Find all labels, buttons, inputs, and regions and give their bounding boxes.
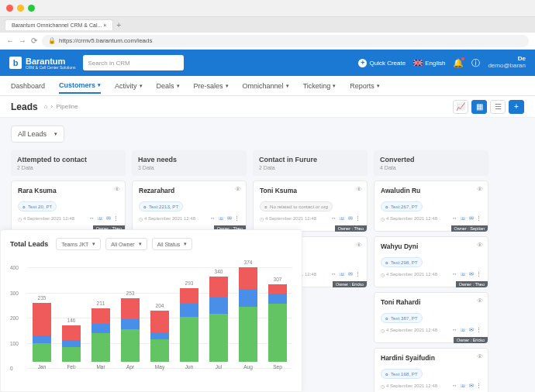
action-icon[interactable]: ↔: [210, 215, 216, 222]
all-leads-filter[interactable]: All Leads ▾: [11, 126, 64, 143]
user-menu[interactable]: De demo@baran: [488, 56, 526, 70]
language-switch[interactable]: English: [413, 60, 445, 67]
help-icon[interactable]: ⓘ: [471, 57, 480, 69]
view-chart-button[interactable]: 📈: [453, 100, 468, 114]
bar-segment: [180, 304, 198, 316]
eye-icon[interactable]: 👁: [356, 186, 362, 193]
call-icon[interactable]: ☏: [460, 327, 467, 333]
action-icon[interactable]: ↔: [452, 327, 457, 333]
mail-icon[interactable]: ✉: [469, 383, 474, 389]
call-icon[interactable]: ☏: [339, 271, 346, 277]
url-field[interactable]: 🔒 https://crmv5.barantum.com/leads: [42, 35, 529, 47]
quick-create-button[interactable]: + Quick Create: [358, 59, 406, 67]
forward-icon[interactable]: →: [19, 36, 26, 45]
lead-card[interactable]: 👁Hardini Syaifudin𝗈Test 168, PT◷4 Septem…: [374, 348, 488, 392]
bar-segment: [268, 284, 287, 294]
mail-icon[interactable]: ✉: [348, 215, 353, 222]
nav-omnichannel[interactable]: Omnichannel▾: [243, 82, 289, 90]
eye-icon[interactable]: 👁: [114, 186, 120, 193]
eye-icon[interactable]: 👁: [235, 186, 241, 193]
language-label: English: [425, 60, 445, 67]
home-icon: ⌂: [44, 103, 48, 110]
more-icon[interactable]: ⋮: [355, 215, 361, 222]
new-tab-button[interactable]: +: [116, 21, 121, 29]
related-chip: 𝗈Test 387, PT: [381, 313, 423, 323]
maximize-window-icon[interactable]: [28, 5, 35, 12]
lead-card[interactable]: 👁Toni Ksuma𝗈No related to contact or org…: [253, 181, 368, 232]
chart-filter[interactable]: All Status▾: [152, 238, 193, 250]
browser-tab[interactable]: Barantum Omnichannel CRM & Cal... ×: [5, 19, 113, 30]
nav-deals[interactable]: Deals▾: [157, 82, 180, 90]
lead-card[interactable]: 👁Rezarahard𝗈Test 2213, PT◷4 September 20…: [132, 181, 247, 232]
y-tick: 200: [10, 315, 19, 321]
more-icon[interactable]: ⋮: [476, 271, 482, 277]
link-icon: 𝗈: [385, 204, 388, 209]
back-icon[interactable]: ←: [6, 36, 14, 45]
mail-icon[interactable]: ✉: [227, 215, 232, 222]
call-icon[interactable]: ☏: [218, 215, 225, 222]
call-icon[interactable]: ☏: [460, 215, 467, 222]
nav-pre-sales[interactable]: Pre-sales▾: [194, 82, 229, 90]
clock-icon: ◷: [18, 216, 22, 222]
nav-reports[interactable]: Reports▾: [350, 82, 380, 90]
eye-icon[interactable]: 👁: [477, 353, 483, 360]
eye-icon[interactable]: 👁: [477, 186, 483, 193]
notifications-icon[interactable]: 🔔: [453, 58, 464, 68]
clock-icon: ◷: [381, 272, 385, 277]
eye-icon[interactable]: 👁: [356, 242, 362, 249]
mail-icon[interactable]: ✉: [348, 271, 353, 277]
bar-segment: [33, 343, 51, 362]
lead-card[interactable]: 👁Toni Rahardi𝗈Test 387, PT◷4 September 2…: [374, 292, 488, 343]
nav-dashboard[interactable]: Dashboard: [11, 82, 45, 90]
call-icon[interactable]: ☏: [460, 271, 467, 277]
owner-badge: Owner : Ericko: [454, 337, 488, 343]
call-icon[interactable]: ☏: [339, 215, 346, 222]
chart-area: 0100200300400235Jan146Feb211Mar253Apr204…: [27, 256, 292, 380]
more-icon[interactable]: ⋮: [234, 215, 240, 222]
mail-icon[interactable]: ✉: [106, 215, 111, 222]
lead-card[interactable]: 👁Awaludin Ru𝗈Test 267, PT◷4 September 20…: [374, 181, 488, 232]
action-icon[interactable]: ↔: [452, 215, 457, 222]
breadcrumb[interactable]: ⌂ › Pipeline: [44, 103, 78, 110]
chevron-down-icon: ▾: [139, 241, 142, 247]
bar-segment: [33, 303, 51, 335]
link-icon: 𝗈: [385, 315, 388, 321]
related-chip: 𝗈Test 298, PT: [381, 257, 423, 267]
more-icon[interactable]: ⋮: [476, 327, 482, 333]
view-kanban-button[interactable]: ▦: [471, 100, 487, 114]
minimize-window-icon[interactable]: [17, 5, 24, 12]
bar-segment: [91, 333, 110, 362]
close-window-icon[interactable]: [6, 5, 13, 12]
more-icon[interactable]: ⋮: [476, 383, 482, 389]
lead-card[interactable]: 👁Rara Ksuma𝗈Test 20, PT◷4 September 2021…: [11, 181, 126, 232]
action-icon[interactable]: ↔: [331, 271, 337, 277]
bar-value: 253: [126, 291, 135, 296]
nav-customers[interactable]: Customers▾: [59, 81, 101, 94]
action-icon[interactable]: ↔: [452, 383, 457, 389]
call-icon[interactable]: ☏: [97, 215, 104, 222]
view-list-button[interactable]: ☰: [490, 100, 506, 114]
chart-filter[interactable]: Teams JKT▾: [56, 238, 101, 250]
mail-icon[interactable]: ✉: [469, 271, 474, 277]
mail-icon[interactable]: ✉: [469, 327, 474, 333]
eye-icon[interactable]: 👁: [477, 297, 483, 304]
brand-name: Barantum: [26, 57, 65, 66]
search-input[interactable]: Search in CRM: [83, 55, 184, 70]
chart-filter[interactable]: All Owner▾: [105, 238, 147, 250]
more-icon[interactable]: ⋮: [476, 215, 482, 222]
reload-icon[interactable]: ⟳: [31, 36, 37, 45]
nav-ticketing[interactable]: Ticketing▾: [303, 82, 337, 90]
call-icon[interactable]: ☏: [460, 383, 467, 389]
more-icon[interactable]: ⋮: [355, 271, 361, 277]
lead-card[interactable]: 👁Wahyu Dyni𝗈Test 298, PT◷4 September 202…: [374, 236, 488, 287]
add-lead-button[interactable]: +: [509, 100, 524, 114]
mail-icon[interactable]: ✉: [469, 215, 474, 222]
eye-icon[interactable]: 👁: [477, 242, 483, 249]
action-icon[interactable]: ↔: [452, 271, 457, 277]
brand-logo[interactable]: b Barantum CRM & Call Center Solutions: [9, 57, 75, 70]
action-icon[interactable]: ↔: [89, 215, 95, 222]
more-icon[interactable]: ⋮: [113, 215, 119, 222]
column-header: Converted4 Data: [374, 150, 488, 176]
action-icon[interactable]: ↔: [331, 215, 337, 222]
nav-activity[interactable]: Activity▾: [115, 82, 143, 90]
